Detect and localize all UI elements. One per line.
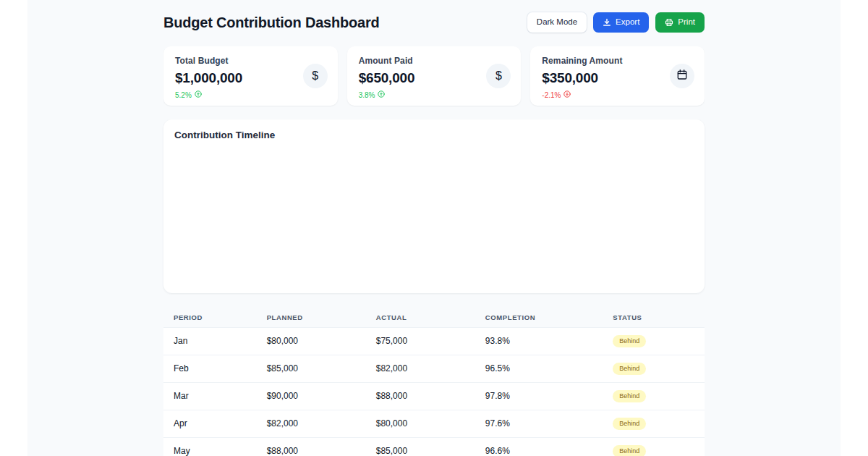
app-background: Budget Contribution Dashboard Dark Mode … (27, 0, 841, 456)
cell-planned: $82,000 (257, 410, 366, 438)
trend-up-circle-icon (195, 90, 202, 99)
cell-actual: $82,000 (366, 355, 475, 383)
cell-completion: 93.8% (475, 328, 603, 355)
cell-status: Behind (603, 328, 705, 355)
stat-card-total-budget: Total Budget $1,000,000 5.2% $ (163, 46, 338, 106)
table-row: Apr$82,000$80,00097.6%Behind (163, 410, 705, 438)
dollar-icon: $ (312, 69, 318, 83)
cell-planned: $88,000 (257, 438, 366, 456)
header: Budget Contribution Dashboard Dark Mode … (163, 12, 705, 33)
export-button[interactable]: Export (593, 12, 649, 33)
table-row: Jan$80,000$75,00093.8%Behind (163, 328, 705, 355)
cell-status: Behind (603, 410, 705, 438)
status-badge: Behind (613, 445, 646, 456)
printer-icon (665, 18, 673, 27)
cell-actual: $80,000 (366, 410, 475, 438)
stat-delta: -2.1% (542, 90, 571, 99)
contribution-timeline-card: Contribution Timeline (163, 119, 705, 293)
cell-planned: $80,000 (257, 328, 366, 355)
status-badge: Behind (613, 363, 646, 375)
table-header: Period Planned Actual Completion Status (163, 307, 705, 328)
calendar-icon (676, 69, 688, 83)
status-badge: Behind (613, 390, 646, 402)
main-container: Budget Contribution Dashboard Dark Mode … (163, 0, 705, 456)
trend-down-circle-icon (563, 90, 571, 99)
cell-period: Jan (163, 328, 257, 355)
cell-actual: $75,000 (366, 328, 475, 355)
dark-mode-button[interactable]: Dark Mode (527, 12, 587, 33)
stat-icon-circle: $ (486, 64, 511, 88)
stat-cards: Total Budget $1,000,000 5.2% $ Amount Pa… (163, 46, 705, 106)
table-row: Feb$85,000$82,00096.5%Behind (163, 355, 705, 383)
cell-period: Mar (163, 383, 257, 410)
dark-mode-label: Dark Mode (537, 18, 577, 27)
cell-completion: 97.8% (475, 383, 603, 410)
cell-completion: 97.6% (475, 410, 603, 438)
col-header-completion: Completion (475, 307, 603, 328)
stat-label: Total Budget (175, 56, 326, 66)
table-row: May$88,000$85,00096.6%Behind (163, 438, 705, 456)
stat-card-remaining-amount: Remaining Amount $350,000 -2.1% (530, 46, 705, 106)
page-title: Budget Contribution Dashboard (163, 14, 380, 31)
stat-delta: 3.8% (359, 90, 386, 99)
header-actions: Dark Mode Export P (527, 12, 705, 33)
cell-status: Behind (603, 438, 705, 456)
export-label: Export (616, 18, 639, 27)
cell-status: Behind (603, 383, 705, 410)
cell-period: Apr (163, 410, 257, 438)
status-badge: Behind (613, 418, 646, 430)
dollar-icon: $ (495, 69, 502, 83)
stat-label: Remaining Amount (542, 56, 693, 66)
stat-delta: 5.2% (175, 90, 202, 99)
cell-completion: 96.6% (475, 438, 603, 456)
status-badge: Behind (613, 335, 646, 347)
print-label: Print (678, 18, 695, 27)
download-icon (603, 18, 611, 27)
stat-card-amount-paid: Amount Paid $650,000 3.8% $ (347, 46, 522, 106)
table-body: Jan$80,000$75,00093.8%BehindFeb$85,000$8… (163, 328, 705, 456)
print-button[interactable]: Print (655, 12, 705, 33)
cell-period: May (163, 438, 257, 456)
cell-actual: $88,000 (366, 383, 475, 410)
stat-icon-circle (670, 64, 694, 88)
stat-label: Amount Paid (359, 56, 510, 66)
timeline-title: Contribution Timeline (174, 130, 694, 140)
stat-icon-circle: $ (303, 64, 328, 88)
cell-actual: $85,000 (366, 438, 475, 456)
col-header-status: Status (603, 307, 705, 328)
cell-planned: $85,000 (257, 355, 366, 383)
cell-planned: $90,000 (257, 383, 366, 410)
col-header-planned: Planned (257, 307, 366, 328)
cell-status: Behind (603, 355, 705, 383)
trend-up-circle-icon (378, 90, 385, 99)
table-row: Mar$90,000$88,00097.8%Behind (163, 383, 705, 410)
col-header-actual: Actual (366, 307, 475, 328)
cell-period: Feb (163, 355, 257, 383)
col-header-period: Period (163, 307, 257, 328)
cell-completion: 96.5% (475, 355, 603, 383)
contribution-table: Period Planned Actual Completion Status … (163, 307, 705, 456)
